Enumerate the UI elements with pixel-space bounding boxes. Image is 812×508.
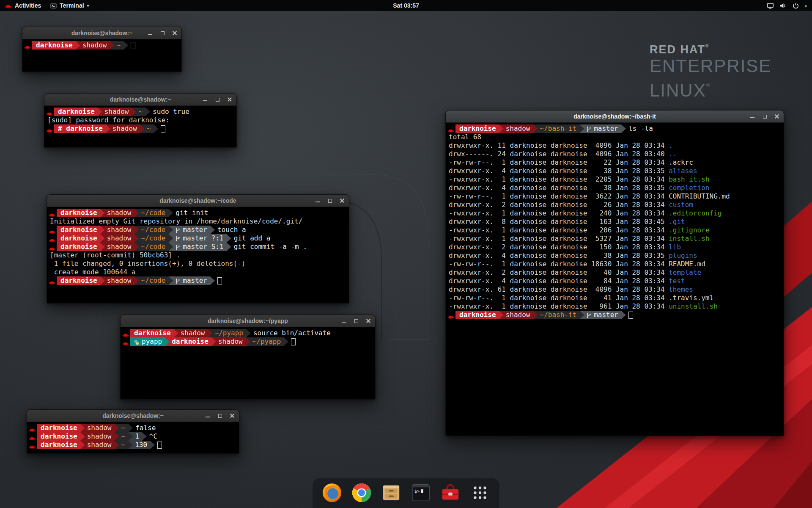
clock[interactable]: Sat 03:57 — [389, 0, 423, 11]
terminal-ls-line: drwx------. 24 darknoise darknoise 4096 … — [447, 150, 782, 158]
terminal-content[interactable]: darknoiseshadow~/pyappsource bin/activat… — [121, 327, 375, 346]
prompt-segment-path: ~/code — [134, 276, 173, 285]
titlebar[interactable]: darknoise@shadow:~ — [44, 94, 236, 106]
dock-app-grid[interactable] — [470, 483, 490, 503]
prompt-segment-host: shadow — [80, 424, 119, 432]
prompt-segment-user: darknoise — [54, 108, 102, 116]
terminal-prompt-line: darknoiseshadow~/bash-itmaster — [447, 311, 782, 319]
terminal-ls-line: drwxrwxr-x. 2 darknoise darknoise 150 Ja… — [447, 243, 782, 251]
ls-filename: uninstall.sh — [669, 302, 718, 310]
close-button[interactable] — [229, 413, 235, 419]
terminal-window-w6[interactable]: darknoise@shadow:~/bash-itdarknoiseshado… — [445, 110, 784, 436]
ls-filename: . — [669, 141, 673, 149]
volume-icon[interactable] — [779, 2, 787, 9]
maximize-button[interactable] — [327, 198, 333, 204]
terminal-ls-line: drwxrwxr-x. 4 darknoise darknoise 38 Jan… — [447, 184, 782, 192]
maximize-button[interactable] — [159, 30, 165, 36]
git-branch-icon — [175, 278, 180, 284]
prompt-segment-host: shadow — [100, 276, 139, 285]
dock-software[interactable] — [440, 483, 461, 503]
ls-filename: test — [669, 277, 685, 285]
minimize-button[interactable] — [749, 113, 755, 119]
ls-fields: -rw-rw-r--. 1 darknoise darknoise 3622 J… — [449, 192, 669, 200]
python-icon — [134, 339, 139, 345]
terminal-content[interactable]: darknoiseshadow~ — [22, 39, 181, 50]
prompt-segment-host: shadow — [106, 124, 145, 133]
terminal-content[interactable]: darknoiseshadow~/bash-itmasterls -latota… — [446, 123, 784, 319]
maximize-button[interactable] — [214, 97, 220, 102]
dock-chrome[interactable] — [351, 483, 372, 503]
window-title: darknoise@shadow:~ — [71, 30, 133, 36]
maximize-button[interactable] — [217, 413, 223, 419]
command-text: source bin/activate — [253, 329, 331, 337]
activities-button[interactable]: Activities — [0, 0, 46, 11]
close-button[interactable] — [774, 113, 780, 119]
minimize-button[interactable] — [205, 413, 211, 419]
caret-down-icon[interactable]: ▾ — [805, 2, 807, 9]
terminal-ls-line: -rw-rw-r--. 1 darknoise darknoise 18630 … — [447, 260, 782, 268]
ls-fields: -rwxrwxr-x. 1 darknoise darknoise 961 Ja… — [449, 302, 669, 310]
terminal-output-line: 1 file changed, 0 insertions(+), 0 delet… — [48, 260, 347, 268]
terminal-window-w4[interactable]: darknoise@shadow:~/pyappdarknoiseshadow~… — [120, 315, 376, 400]
titlebar[interactable]: darknoise@shadow:~ — [22, 27, 181, 39]
terminal-ls-line: -rwxrwxr-x. 1 darknoise darknoise 961 Ja… — [447, 302, 782, 311]
close-button[interactable] — [339, 198, 345, 204]
window-controls — [315, 195, 345, 207]
prompt-segment-user: darknoise — [57, 234, 105, 243]
ls-fields: drwxrwxr-x. 4 darknoise darknoise 84 Jan… — [449, 277, 669, 285]
maximize-button[interactable] — [762, 113, 768, 119]
power-icon[interactable] — [792, 2, 799, 9]
prompt-segment-host: shadow — [499, 124, 538, 133]
titlebar[interactable]: darknoise@shadow:~ — [27, 410, 239, 422]
terminal-content[interactable]: darknoiseshadow~falsedarknoiseshadow~1^C… — [27, 422, 239, 449]
close-button[interactable] — [227, 97, 233, 102]
display-icon[interactable] — [767, 2, 774, 9]
ls-filename: README.md — [669, 260, 705, 268]
command-text: git add a — [234, 234, 271, 243]
distro-icon — [49, 210, 55, 215]
command-text: git commit -a -m . — [234, 243, 307, 251]
terminal-prompt-line: darknoiseshadow~/codegit init — [48, 209, 347, 217]
terminal-window-w1[interactable]: darknoise@shadow:~darknoiseshadow~ — [22, 27, 182, 72]
terminal-content[interactable]: darknoiseshadow~sudo true[sudo] password… — [44, 106, 236, 133]
app-menu-button[interactable]: Terminal — [46, 0, 93, 11]
window-title: darknoise@shadow:~ — [102, 412, 164, 419]
ls-fields: -rwxrwxr-x. 1 darknoise darknoise 2205 J… — [449, 175, 669, 183]
ls-filename: plugins — [669, 251, 697, 260]
titlebar[interactable]: darknoise@shadow:~/pyapp — [121, 315, 375, 327]
terminal-cursor — [131, 42, 135, 49]
git-branch-icon — [586, 312, 591, 318]
minimize-button[interactable] — [147, 30, 153, 36]
window-layer: darknoise@shadow:~darknoiseshadow~darkno… — [0, 0, 812, 508]
minimize-button[interactable] — [341, 318, 347, 324]
terminal-window-w3[interactable]: darknoise@shadow:~/codedarknoiseshadow~/… — [47, 194, 349, 304]
ls-fields: -rwxrwxr-x. 1 darknoise darknoise 240 Ja… — [449, 209, 669, 217]
command-text: false — [135, 424, 156, 432]
dock-terminal[interactable]: $> — [411, 483, 431, 503]
system-status-area[interactable]: ▾ — [763, 0, 810, 11]
command-text: sudo true — [153, 108, 189, 116]
maximize-button[interactable] — [353, 318, 359, 324]
close-button[interactable] — [172, 30, 178, 36]
terminal-ls-line: drwxrwxr-x. 61 darknoise darknoise 4096 … — [447, 285, 782, 294]
window-controls — [147, 27, 178, 39]
titlebar[interactable]: darknoise@shadow:~/code — [47, 195, 349, 207]
terminal-content[interactable]: darknoiseshadow~/codegit initInitialized… — [47, 207, 349, 285]
minimize-button[interactable] — [315, 198, 321, 204]
ls-fields: drwx------. 24 darknoise darknoise 4096 … — [449, 150, 669, 158]
dock-files[interactable] — [381, 483, 401, 503]
close-button[interactable] — [365, 318, 371, 324]
ls-filename: completion — [669, 184, 709, 192]
terminal-window-w2[interactable]: darknoise@shadow:~darknoiseshadow~sudo t… — [44, 93, 237, 148]
titlebar[interactable]: darknoise@shadow:~/bash-it — [446, 110, 784, 123]
distro-icon — [122, 339, 129, 344]
distro-icon — [46, 126, 53, 131]
minimize-button[interactable] — [202, 97, 208, 102]
terminal-ls-line: -rwxrwxr-x. 1 darknoise darknoise 240 Ja… — [447, 209, 782, 218]
dock-firefox[interactable] — [322, 483, 342, 503]
terminal-ls-line: drwxrwxr-x. 4 darknoise darknoise 38 Jan… — [447, 251, 782, 260]
terminal-icon — [50, 3, 57, 9]
ls-fields: drwxrwxr-x. 2 darknoise darknoise 40 Jan… — [449, 268, 669, 276]
ls-fields: drwxrwxr-x. 8 darknoise darknoise 163 Ja… — [449, 218, 669, 226]
terminal-window-w5[interactable]: darknoise@shadow:~darknoiseshadow~falsed… — [27, 409, 239, 454]
